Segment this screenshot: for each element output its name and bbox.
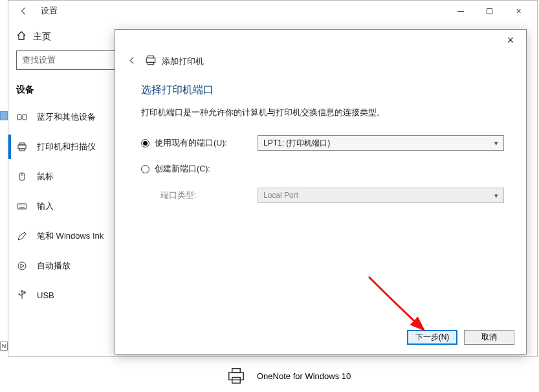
dialog-back-button[interactable] xyxy=(126,56,138,67)
autoplay-icon xyxy=(16,261,28,271)
app-left-strip xyxy=(0,0,8,392)
printer-glyph-icon xyxy=(145,54,157,68)
port-type-value: Local Port xyxy=(263,191,298,200)
svg-rect-0 xyxy=(17,114,21,120)
search-placeholder: 查找设置 xyxy=(22,54,56,66)
svg-rect-7 xyxy=(17,204,27,209)
svg-point-17 xyxy=(19,294,20,295)
radio-checked-icon xyxy=(141,139,149,147)
sidebar-item-label: 鼠标 xyxy=(37,171,54,182)
home-icon xyxy=(16,30,27,43)
svg-rect-2 xyxy=(18,145,26,149)
radio-create-new-label: 创建新端口(C): xyxy=(155,164,210,175)
window-controls: × xyxy=(446,1,533,21)
minimize-button[interactable] xyxy=(446,1,475,21)
dialog-title: 添加打印机 xyxy=(162,56,204,67)
window-title: 设置 xyxy=(41,5,58,17)
sidebar-item-label: 蓝牙和其他设备 xyxy=(37,111,96,123)
printer-item-icon xyxy=(225,364,248,387)
sidebar-item-label: USB xyxy=(37,290,54,300)
chevron-down-icon: ▾ xyxy=(494,139,498,147)
svg-rect-22 xyxy=(148,56,154,58)
close-button[interactable]: × xyxy=(504,1,533,21)
existing-port-value: LPT1: (打印机端口) xyxy=(263,138,330,149)
radio-create-new[interactable]: 创建新端口(C): xyxy=(141,164,258,175)
pen-icon xyxy=(16,231,28,241)
left-strip-selector[interactable]: N xyxy=(0,342,8,351)
radio-use-existing-label: 使用现有的端口(U): xyxy=(155,138,227,149)
svg-rect-16 xyxy=(24,292,25,293)
printer-icon xyxy=(16,142,28,152)
svg-rect-1 xyxy=(23,114,27,120)
port-type-label: 端口类型: xyxy=(141,190,258,201)
add-printer-dialog: × 添加打印机 选择打印机端口 打印机端口是一种允许你的计算机与打印机交换信息的… xyxy=(115,29,527,354)
existing-port-select[interactable]: LPT1: (打印机端口) ▾ xyxy=(258,135,504,151)
dialog-close-button[interactable]: × xyxy=(503,34,518,52)
radio-use-existing[interactable]: 使用现有的端口(U): xyxy=(141,138,258,149)
svg-point-13 xyxy=(18,262,26,270)
port-type-select: Local Port ▾ xyxy=(258,188,504,203)
dialog-heading: 选择打印机端口 xyxy=(141,83,504,97)
printer-item-label: OneNote for Windows 10 xyxy=(257,371,351,381)
sidebar-item-label: 自动播放 xyxy=(37,260,71,272)
usb-icon xyxy=(16,290,28,300)
chevron-down-icon: ▾ xyxy=(494,191,498,200)
sidebar-home-label: 主页 xyxy=(33,31,51,43)
svg-rect-23 xyxy=(148,62,154,64)
svg-rect-4 xyxy=(19,149,25,151)
titlebar: 设置 × xyxy=(8,1,537,21)
svg-rect-21 xyxy=(146,58,155,63)
maximize-button[interactable] xyxy=(475,1,504,21)
svg-rect-3 xyxy=(19,143,25,145)
svg-rect-19 xyxy=(232,369,241,373)
radio-unchecked-icon xyxy=(141,165,149,173)
bluetooth-icon xyxy=(16,112,28,122)
printer-list-item[interactable]: OneNote for Windows 10 xyxy=(220,360,355,392)
next-button[interactable]: 下一步(N) xyxy=(407,330,457,345)
dialog-description: 打印机端口是一种允许你的计算机与打印机交换信息的连接类型。 xyxy=(141,107,504,118)
sidebar-item-label: 打印机和扫描仪 xyxy=(37,141,96,153)
sidebar-item-label: 输入 xyxy=(37,201,54,212)
back-button[interactable] xyxy=(12,1,36,21)
svg-rect-18 xyxy=(229,373,244,380)
left-strip-marker xyxy=(0,111,8,120)
sidebar-item-label: 笔和 Windows Ink xyxy=(37,230,104,242)
cancel-button[interactable]: 取消 xyxy=(464,330,514,345)
mouse-icon xyxy=(16,171,28,182)
keyboard-icon xyxy=(16,201,28,212)
